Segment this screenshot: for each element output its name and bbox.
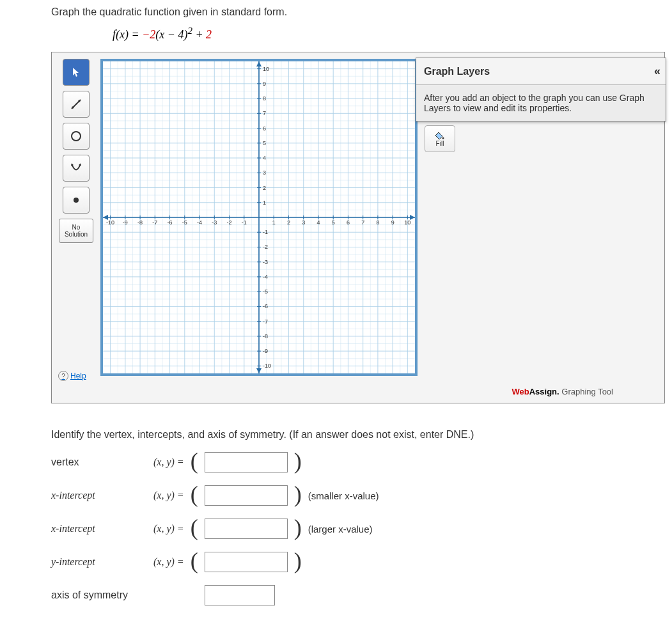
larger-note: (larger x-value) (308, 524, 373, 535)
circle-tool[interactable] (63, 123, 90, 150)
xint-smaller-input[interactable] (205, 485, 288, 506)
svg-text:-6: -6 (168, 219, 173, 226)
eq-const: 2 (206, 28, 212, 41)
axis-input[interactable] (205, 585, 275, 605)
svg-point-3 (72, 132, 81, 141)
svg-text:-6: -6 (263, 303, 268, 309)
svg-text:-8: -8 (263, 333, 268, 340)
svg-text:-9: -9 (263, 348, 268, 354)
svg-text:5: 5 (332, 219, 335, 226)
vertex-label: vertex (51, 457, 147, 468)
svg-marker-136 (256, 368, 262, 373)
layers-title: Graph Layers (424, 66, 490, 77)
equation: f(x) = −2(x − 4)2 + 2 (113, 26, 665, 42)
xy-label: (x, y) = (153, 556, 184, 568)
xint1-label: x-intercept (51, 490, 147, 501)
svg-text:4: 4 (316, 219, 320, 226)
svg-text:6: 6 (263, 125, 266, 132)
svg-text:3: 3 (263, 169, 266, 176)
svg-text:-2: -2 (263, 244, 268, 250)
svg-text:-7: -7 (152, 219, 157, 226)
line-tool[interactable] (63, 91, 90, 118)
svg-text:7: 7 (263, 110, 266, 116)
instructions: Identify the vertex, intercepts, and axi… (51, 429, 665, 441)
eq-paren: (x − 4) (155, 28, 187, 41)
svg-text:-10: -10 (263, 363, 271, 369)
eq-exp: 2 (187, 26, 192, 36)
smaller-note: (smaller x-value) (308, 490, 379, 501)
yint-input[interactable] (205, 552, 288, 572)
brand-web: Web (512, 387, 529, 396)
svg-text:-5: -5 (182, 219, 187, 226)
branding: WebAssign. Graphing Tool (512, 387, 613, 396)
svg-text:6: 6 (347, 219, 350, 226)
svg-text:-2: -2 (227, 219, 232, 226)
xint1-row: x-intercept (x, y) = ( ) (smaller x-valu… (51, 485, 665, 506)
svg-text:-10: -10 (106, 219, 114, 226)
svg-text:-4: -4 (263, 274, 268, 280)
vertex-row: vertex (x, y) = ( ) (51, 452, 665, 472)
xint2-label: x-intercept (51, 523, 147, 535)
parabola-tool[interactable] (63, 155, 90, 182)
svg-text:-1: -1 (263, 229, 268, 235)
svg-text:-7: -7 (263, 318, 268, 325)
xint2-row: x-intercept (x, y) = ( ) (larger x-value… (51, 519, 665, 539)
svg-text:-5: -5 (263, 288, 268, 295)
eq-prefix: f(x) = (113, 28, 142, 41)
yint-row: y-intercept (x, y) = ( ) (51, 552, 665, 572)
svg-point-6 (74, 198, 79, 203)
svg-text:4: 4 (263, 155, 266, 161)
svg-text:5: 5 (263, 140, 266, 146)
axis-label: axis of symmetry (51, 589, 147, 601)
svg-text:8: 8 (376, 219, 379, 226)
graph-layers-panel: Graph Layers « After you add an object t… (416, 58, 666, 121)
svg-text:9: 9 (263, 81, 266, 87)
svg-text:2: 2 (263, 185, 266, 191)
brand-assign: Assign. (529, 387, 559, 396)
xint-larger-input[interactable] (205, 519, 288, 539)
graph-canvas[interactable]: -10-9-8-7-6-5-4-3-2-112345678910-10-9-8-… (100, 59, 418, 376)
toolbar: No Solution (58, 59, 94, 396)
pointer-tool[interactable] (63, 59, 90, 86)
svg-text:-3: -3 (212, 219, 217, 226)
svg-text:9: 9 (391, 219, 395, 226)
svg-point-218 (442, 137, 444, 139)
svg-text:10: 10 (263, 66, 269, 72)
svg-text:-4: -4 (197, 219, 202, 226)
question-prompt: Graph the quadratic function given in st… (51, 6, 665, 18)
xy-label: (x, y) = (153, 523, 184, 535)
help-icon: ? (58, 371, 68, 381)
fill-label: Fill (436, 140, 444, 147)
help-link[interactable]: ? Help (58, 371, 86, 381)
help-label: Help (70, 371, 86, 380)
yint-label: y-intercept (51, 556, 147, 568)
svg-text:-3: -3 (263, 259, 268, 265)
svg-text:-9: -9 (123, 219, 128, 226)
fill-button[interactable]: Fill (425, 125, 455, 152)
vertex-input[interactable] (205, 452, 288, 472)
svg-text:3: 3 (302, 219, 305, 226)
svg-marker-135 (256, 61, 262, 66)
svg-text:8: 8 (263, 95, 266, 102)
svg-text:-1: -1 (242, 219, 247, 226)
svg-text:7: 7 (361, 219, 364, 226)
svg-text:1: 1 (263, 199, 266, 206)
brand-tool: Graphing Tool (559, 387, 613, 396)
eq-coef: −2 (142, 28, 155, 41)
svg-text:10: 10 (404, 219, 410, 226)
svg-text:-8: -8 (137, 219, 143, 226)
xy-label: (x, y) = (153, 490, 184, 501)
svg-text:2: 2 (287, 219, 290, 226)
layers-body: After you add an object to the graph you… (416, 85, 666, 121)
collapse-icon[interactable]: « (654, 65, 658, 78)
eq-plus: + (192, 28, 206, 41)
xy-label: (x, y) = (153, 457, 184, 468)
point-tool[interactable] (63, 187, 90, 214)
svg-text:1: 1 (272, 219, 276, 226)
no-solution-button[interactable]: No Solution (59, 219, 93, 243)
axis-row: axis of symmetry (51, 585, 665, 605)
